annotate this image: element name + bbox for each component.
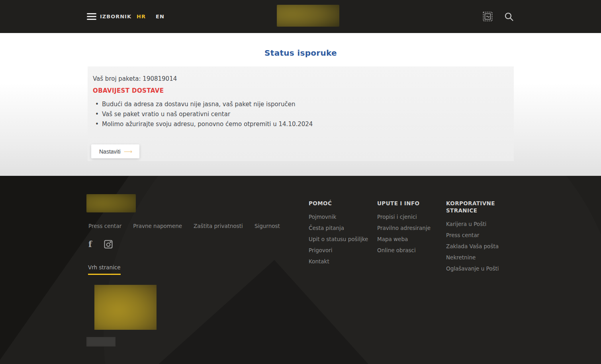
footer-link-pravne-napomene[interactable]: Pravne napomene xyxy=(133,223,182,229)
delivery-notice-title: OBAVIJEST DOSTAVE xyxy=(93,87,164,94)
hamburger-icon xyxy=(87,13,96,20)
instagram-icon xyxy=(104,240,113,249)
back-to-top-link[interactable]: Vrh stranice xyxy=(88,264,121,275)
stamp-icon xyxy=(483,12,493,21)
menu-button[interactable] xyxy=(87,0,96,33)
footer-promo-image-blur xyxy=(94,285,157,330)
footer-link-kontakt[interactable]: Kontakt xyxy=(309,258,329,265)
footer-column-title: POMOĆ xyxy=(309,200,356,207)
continue-button[interactable]: Nastaviti ⟶ xyxy=(91,144,139,158)
footer-column-pomoc: POMOĆ Pojmovnik Česta pitanja Upit o sta… xyxy=(309,200,368,267)
footer-link-zaklada[interactable]: Zaklada Vaša pošta xyxy=(446,243,499,249)
notice-bullet: Budući da adresa za dostavu nije jasna, … xyxy=(93,99,313,109)
footer-logo-image xyxy=(86,194,136,212)
site-logo[interactable] xyxy=(277,5,339,27)
footer-link-press-centar-2[interactable]: Press centar xyxy=(446,232,479,238)
footer-small-badge-blur xyxy=(86,337,116,346)
continue-button-label: Nastaviti xyxy=(99,148,121,155)
page-title: Status isporuke xyxy=(88,48,514,58)
footer-column-title: KORPORATIVNE STRANICE xyxy=(446,200,493,214)
facebook-link[interactable]: f xyxy=(88,239,92,249)
delivery-status-card: Vaš broj paketa: 190819014 OBAVIJEST DOS… xyxy=(88,66,514,161)
footer-link-propisi[interactable]: Propisi i cjenici xyxy=(377,214,417,220)
footer-logo[interactable] xyxy=(86,194,136,212)
stamp-button[interactable] xyxy=(483,12,493,21)
footer-column-upute: UPUTE I INFO Propisi i cjenici Pravilno … xyxy=(377,200,431,256)
menu-label[interactable]: IZBORNIK xyxy=(100,0,131,33)
footer-column-title: UPUTE I INFO xyxy=(377,200,424,207)
footer-link-zastita-privatnosti[interactable]: Zaštita privatnosti xyxy=(194,223,243,229)
search-button[interactable] xyxy=(504,12,514,22)
footer-promo-image xyxy=(94,285,157,330)
footer-link-upit-o-statusu[interactable]: Upit o statusu pošiljke xyxy=(309,236,368,242)
notice-bullet-list: Budući da adresa za dostavu nije jasna, … xyxy=(93,99,313,129)
package-number-text: Vaš broj paketa: 190819014 xyxy=(93,75,177,82)
top-navigation-bar: IZBORNIK HR EN xyxy=(0,0,601,33)
social-links: f xyxy=(88,239,113,249)
facebook-icon: f xyxy=(88,239,92,249)
language-toggle-en[interactable]: EN xyxy=(156,0,164,33)
footer-link-karijera[interactable]: Karijera u Pošti xyxy=(446,221,486,227)
footer-column-korporativne: KORPORATIVNE STRANICE Karijera u Pošti P… xyxy=(446,200,499,274)
footer-legal-links: Press centar Pravne napomene Zaštita pri… xyxy=(88,223,280,229)
notice-bullet: Vaš se paket vratio u naš operativni cen… xyxy=(93,109,313,119)
footer-link-press-centar[interactable]: Press centar xyxy=(88,223,121,229)
arrow-right-icon: ⟶ xyxy=(124,148,133,155)
footer-link-sigurnost[interactable]: Sigurnost xyxy=(254,223,280,229)
language-toggle-hr[interactable]: HR xyxy=(137,0,146,33)
notice-bullet: Molimo ažurirajte svoju adresu, ponovno … xyxy=(93,119,313,129)
search-icon xyxy=(504,12,514,22)
footer-link-online-obrasci[interactable]: Online obrasci xyxy=(377,247,416,253)
footer-link-oglasavanje[interactable]: Oglašavanje u Pošti xyxy=(446,265,499,272)
main-content: Status isporuke Vaš broj paketa: 1908190… xyxy=(0,33,601,176)
footer-link-pravilno-adresiranje[interactable]: Pravilno adresiranje xyxy=(377,225,431,231)
footer-link-pojmovnik[interactable]: Pojmovnik xyxy=(309,214,336,220)
instagram-link[interactable] xyxy=(104,240,113,249)
footer-link-prigovori[interactable]: Prigovori xyxy=(309,247,333,253)
footer-small-badge xyxy=(86,337,116,346)
footer-link-cesta-pitanja[interactable]: Česta pitanja xyxy=(309,225,344,231)
footer-link-mapa-weba[interactable]: Mapa weba xyxy=(377,236,408,242)
site-logo-image xyxy=(277,5,339,27)
footer-link-nekretnine[interactable]: Nekretnine xyxy=(446,254,476,261)
page-footer: Press centar Pravne napomene Zaštita pri… xyxy=(0,176,601,364)
